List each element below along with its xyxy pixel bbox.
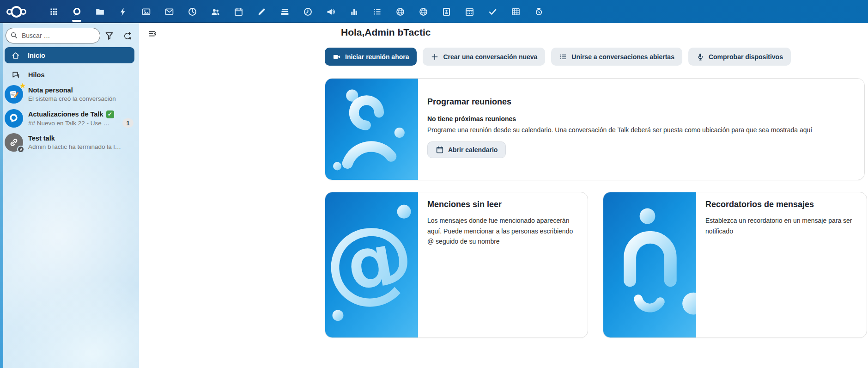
video-camera-icon xyxy=(333,53,341,61)
favorite-star-icon: ★ xyxy=(19,82,26,90)
card-schedule-meetings: Programar reuniones No tiene próximas re… xyxy=(325,78,865,180)
card-title: Recordatorios de mensajes xyxy=(705,200,856,209)
card-description: Los mensajes donde fue mencionado aparec… xyxy=(427,215,577,247)
dashboard-main: Hola,Admin bTactic Iniciar reunión ahora… xyxy=(139,23,868,368)
folder-icon[interactable] xyxy=(88,0,111,23)
card-unread-mentions: @ Menciones sin leer Los mensajes donde … xyxy=(325,192,588,338)
conversation-texts: Actualizaciones de Talk ✓ ## Nuevo en Ta… xyxy=(28,110,117,127)
check-devices-button[interactable]: Comprobar dispositivos xyxy=(688,48,791,66)
megaphone-icon[interactable] xyxy=(319,0,342,23)
conversation-texts: Nota personal El sistema creó la convers… xyxy=(28,86,134,102)
lightning-icon[interactable] xyxy=(111,0,134,23)
app-menu xyxy=(42,0,550,23)
globe-2-icon[interactable] xyxy=(412,0,435,23)
checkmark-icon[interactable] xyxy=(481,0,504,23)
list-icon xyxy=(559,53,567,61)
at-sign-illustration: @ xyxy=(325,192,418,337)
conversation-texts: Test talk Admin bTactic ha terminado la … xyxy=(28,135,134,150)
card-title: Menciones sin leer xyxy=(427,200,577,209)
conversation-title: Nota personal xyxy=(28,86,134,94)
table-grid-icon[interactable] xyxy=(504,0,527,23)
talk-logo-avatar xyxy=(5,109,23,128)
grid-icon[interactable] xyxy=(42,0,65,23)
no-upcoming-meetings-label: No tiene próximas reuniones xyxy=(427,115,852,123)
talk-bubble-icon[interactable] xyxy=(65,0,88,23)
conversation-title: Actualizaciones de Talk ✓ xyxy=(28,110,117,118)
chat-plus-icon xyxy=(122,31,132,41)
collapse-sidebar-icon xyxy=(148,29,157,38)
clock-icon[interactable] xyxy=(181,0,204,23)
envelope-icon[interactable] xyxy=(158,0,181,23)
conversation-subtitle: ## Nuevo en Talk 22 - Use … xyxy=(28,120,117,127)
search-field-wrap xyxy=(6,28,100,43)
public-link-badge-icon xyxy=(17,146,24,153)
verified-check-badge: ✓ xyxy=(106,110,114,118)
conversation-test-talk[interactable]: Test talk Admin bTactic ha terminado la … xyxy=(2,130,137,154)
create-conversation-button[interactable]: Crear una conversación nueva xyxy=(423,48,545,66)
calendar-dots-icon[interactable] xyxy=(458,0,481,23)
sidebar-wave-decoration-2 xyxy=(0,225,139,368)
search-icon xyxy=(10,31,18,39)
conversations-sidebar: Inicio Hilos ★ Nota personal El sistema … xyxy=(0,23,139,368)
conversation-list: ★ Nota personal El sistema creó la conve… xyxy=(2,82,137,154)
talk-dashboard-screen: Inicio Hilos ★ Nota personal El sistema … xyxy=(0,0,868,368)
sidebar-threads-label: Hilos xyxy=(28,71,44,79)
clock-2-icon[interactable] xyxy=(296,0,319,23)
funnel-icon xyxy=(104,31,114,41)
nextcloud-logo[interactable] xyxy=(6,0,26,23)
join-open-conversations-button[interactable]: Unirse a conversaciones abiertas xyxy=(551,48,682,66)
card-title: Programar reuniones xyxy=(427,97,852,107)
svg-text:@: @ xyxy=(325,201,418,319)
image-icon[interactable] xyxy=(134,0,158,23)
calendar-icon[interactable] xyxy=(227,0,250,23)
address-book-icon[interactable] xyxy=(435,0,458,23)
link-avatar xyxy=(5,133,23,152)
page-title: Hola,Admin bTactic xyxy=(341,27,431,38)
conversation-title: Test talk xyxy=(28,135,134,142)
start-call-button[interactable]: Iniciar reunión ahora xyxy=(325,48,417,66)
sidebar-item-threads[interactable]: Hilos xyxy=(5,67,134,82)
conversation-subtitle: El sistema creó la conversación xyxy=(28,95,134,102)
quick-actions: Iniciar reunión ahora Crear una conversa… xyxy=(325,48,791,66)
note-pencil-icon xyxy=(8,89,19,100)
conversation-talk-updates[interactable]: Actualizaciones de Talk ✓ ## Nuevo en Ta… xyxy=(2,106,137,130)
microphone-icon xyxy=(696,53,704,61)
drawer-stack-icon[interactable] xyxy=(273,0,296,23)
calendar-icon xyxy=(436,146,444,154)
open-calendar-button[interactable]: Abrir calendario xyxy=(427,141,506,158)
unread-count-badge: 1 xyxy=(122,118,134,128)
conversation-subtitle: Admin bTactic ha terminado la l… xyxy=(28,143,134,150)
plus-icon xyxy=(431,53,439,61)
sidebar-left-edge xyxy=(0,23,3,368)
card-description: Programe una reunión desde su calendario… xyxy=(427,126,852,135)
globe-icon[interactable] xyxy=(388,0,412,23)
filter-button[interactable] xyxy=(102,29,116,43)
new-conversation-button[interactable] xyxy=(120,29,134,43)
pencil-icon[interactable] xyxy=(250,0,273,23)
top-bar xyxy=(0,0,868,23)
bell-illustration xyxy=(603,192,696,337)
conversation-note-to-self[interactable]: ★ Nota personal El sistema creó la conve… xyxy=(2,82,137,106)
threads-icon xyxy=(12,71,20,80)
card-message-reminders: Recordatorios de mensajes Establezca un … xyxy=(603,192,867,338)
sad-face-illustration xyxy=(325,79,418,180)
bullet-list-icon[interactable] xyxy=(365,0,388,23)
sidebar-home-label: Inicio xyxy=(28,52,45,59)
note-avatar: ★ xyxy=(5,85,23,104)
people-icon[interactable] xyxy=(204,0,227,23)
card-description: Establezca un recordatorio en un mensaje… xyxy=(705,215,856,236)
search-input[interactable] xyxy=(6,28,100,43)
home-icon xyxy=(12,51,20,60)
collapse-sidebar-button[interactable] xyxy=(145,26,160,41)
sidebar-item-home[interactable]: Inicio xyxy=(5,47,134,63)
talk-logo-icon xyxy=(8,113,19,124)
pocket-watch-icon[interactable] xyxy=(527,0,550,23)
bar-chart-icon[interactable] xyxy=(342,0,365,23)
